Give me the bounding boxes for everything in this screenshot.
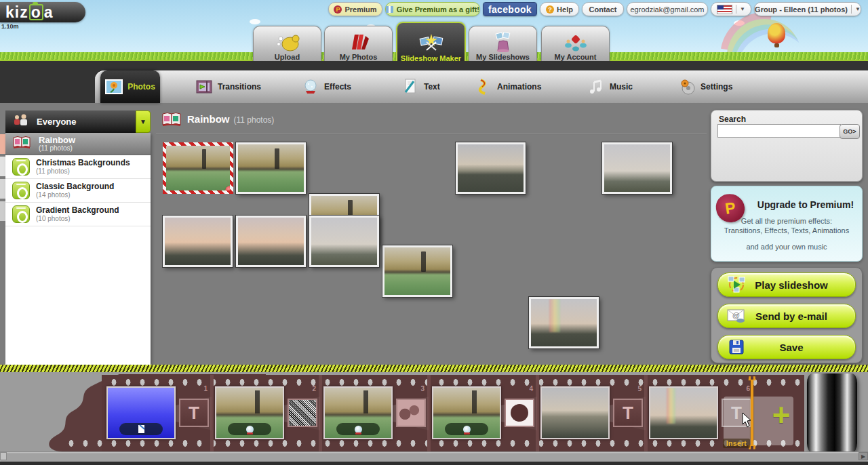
- ornament-decoration: [225, 186, 233, 194]
- language-selector[interactable]: ▼: [711, 2, 751, 16]
- chevron-down-icon: ▼: [740, 6, 745, 12]
- timeline-frame-1[interactable]: 1 T: [103, 375, 212, 451]
- tab-my-photos[interactable]: My Photos: [324, 26, 393, 64]
- bottom-strip: [0, 462, 868, 465]
- give-premium-gift-button[interactable]: Give Premium as a gift!: [385, 2, 480, 16]
- photo-thumbnail-8[interactable]: [163, 216, 233, 267]
- pen-paper-icon: [401, 79, 419, 95]
- frame-number: 3: [420, 385, 425, 392]
- snow-globe-icon: [246, 426, 254, 433]
- premium-line2: Transitions, Effects, Texts, Animations: [712, 226, 861, 235]
- album-list-item-classic-background[interactable]: Classic Background(14 photos): [5, 179, 151, 203]
- album-title: Rainbow(11 photos): [187, 113, 274, 125]
- text-effect-icon: [138, 425, 144, 433]
- insert-label: Insert: [723, 439, 750, 448]
- timeline-scrollbar-thumb[interactable]: [0, 452, 7, 460]
- tab-effects[interactable]: Effects: [302, 70, 351, 103]
- transition-slot-2[interactable]: [288, 399, 317, 427]
- album-book-icon: [12, 135, 33, 153]
- edge-tab-gray[interactable]: [0, 179, 5, 199]
- timeline-frame-5[interactable]: 5 T: [537, 375, 646, 451]
- timeline-slide-2[interactable]: [215, 386, 284, 439]
- tab-photos[interactable]: Photos: [100, 70, 160, 103]
- tab-my-account[interactable]: My Account: [541, 26, 610, 64]
- tab-slideshow-maker[interactable]: Slideshow Maker: [396, 22, 466, 65]
- album-list-item-christmas-backgrounds[interactable]: Christmas Backgrounds(11 photos): [5, 155, 151, 179]
- group-selector[interactable]: Group - Elleen (11 photos) ▼: [754, 2, 861, 16]
- photo-thumbnail-4[interactable]: [382, 245, 452, 297]
- timeline-frame-4[interactable]: 4: [429, 375, 537, 451]
- tab-animations[interactable]: Animations: [475, 70, 541, 103]
- edge-tab-pink[interactable]: [0, 134, 5, 154]
- snow-globe-effect-badge[interactable]: [228, 423, 271, 435]
- kizoa-logo[interactable]: kizoa: [0, 2, 85, 22]
- upload-hamster-icon: [274, 31, 301, 53]
- camera-o-glyph: o: [29, 4, 43, 20]
- people-network-icon: [562, 31, 589, 53]
- timeline-slide-3[interactable]: [323, 386, 393, 439]
- frame-number: 2: [312, 385, 316, 392]
- contact-button[interactable]: Contact: [582, 2, 624, 16]
- search-go-button[interactable]: GO>: [840, 124, 860, 139]
- slideshow-maker-icon: [418, 33, 445, 54]
- facebook-button[interactable]: facebook: [483, 2, 537, 16]
- send-by-email-button[interactable]: @ Send by e-mail: [717, 304, 856, 328]
- photo-thumbnail-5[interactable]: [456, 142, 526, 194]
- transition-slot-3[interactable]: [396, 399, 426, 427]
- photo-thumbnail-2[interactable]: [236, 142, 306, 194]
- save-button[interactable]: Save: [717, 335, 856, 359]
- timeline-slide-4[interactable]: [432, 386, 501, 439]
- tab-settings[interactable]: Settings: [678, 70, 732, 103]
- help-button[interactable]: ? Help: [540, 2, 579, 16]
- email-envelope-icon: @: [726, 307, 747, 325]
- add-slide-button[interactable]: +: [768, 401, 794, 429]
- photo-thumbnail-6[interactable]: [529, 297, 599, 348]
- people-icon: [12, 114, 30, 129]
- timeline-frame-3[interactable]: 3: [320, 375, 429, 451]
- tab-text[interactable]: Text: [401, 70, 440, 103]
- kizoa-app: kizoa 1.10m P Premium Give Premium as a …: [0, 0, 868, 465]
- group-filter-header[interactable]: Everyone: [5, 110, 142, 133]
- snow-globe-effect-badge[interactable]: [336, 423, 380, 435]
- group-filter-dropdown-button[interactable]: ▼: [136, 110, 151, 133]
- timeline-scrollbar-track[interactable]: [0, 451, 868, 462]
- premium-button[interactable]: P Premium: [328, 2, 382, 16]
- timeline-slide-5[interactable]: [540, 386, 610, 439]
- frame-number: 5: [637, 385, 642, 392]
- play-slideshow-button[interactable]: Play slideshow: [717, 272, 856, 297]
- premium-p-icon: P: [334, 5, 342, 14]
- album-list-item-gradient-background[interactable]: Gradient Background(10 photos): [5, 203, 151, 226]
- gift-icon: [386, 6, 393, 13]
- timeline-slide-1[interactable]: [106, 386, 176, 439]
- text-effect-badge[interactable]: [119, 423, 163, 435]
- premium-line1: Get all the premium effects:: [713, 217, 860, 225]
- tab-my-slideshows[interactable]: My Slideshows: [469, 26, 537, 64]
- search-input[interactable]: [717, 124, 841, 138]
- snow-globe-effect-badge[interactable]: [445, 423, 488, 435]
- frame-number: 1: [203, 385, 208, 392]
- red-books-icon: [345, 31, 372, 53]
- photo-thumbnail-9[interactable]: [236, 216, 306, 267]
- photo-thumbnail-10[interactable]: [309, 216, 379, 267]
- photo-thumbnail-7[interactable]: [602, 142, 672, 194]
- timeline-frame-2[interactable]: 2: [212, 375, 320, 451]
- edge-tab-gray[interactable]: [0, 157, 5, 176]
- transition-slot-4[interactable]: [505, 399, 534, 427]
- timeline-divider-stripes: [0, 365, 868, 372]
- chevron-down-icon: ▼: [855, 6, 861, 12]
- tab-music[interactable]: Music: [587, 70, 633, 103]
- header-divider: [156, 133, 707, 134]
- tab-upload[interactable]: Upload: [253, 26, 321, 64]
- timeline-slide-6[interactable]: [649, 386, 718, 439]
- account-email[interactable]: egrodziak@gmail.com: [627, 2, 708, 16]
- tab-transitions[interactable]: Transitions: [195, 70, 261, 103]
- album-list-item-rainbow[interactable]: Rainbow(11 photos): [5, 133, 151, 155]
- premium-title: Upgrade to Premium!: [751, 199, 860, 210]
- scroll-right-arrow[interactable]: ▶: [859, 452, 868, 460]
- photo-thumbnail-1[interactable]: [163, 142, 233, 194]
- transition-slot-5[interactable]: T: [613, 399, 643, 427]
- album-list: Rainbow(11 photos) Christmas Backgrounds…: [5, 133, 151, 365]
- frame-number: 6: [746, 385, 750, 392]
- edge-tab-gray[interactable]: [0, 201, 5, 221]
- transition-slot-1[interactable]: T: [179, 399, 209, 427]
